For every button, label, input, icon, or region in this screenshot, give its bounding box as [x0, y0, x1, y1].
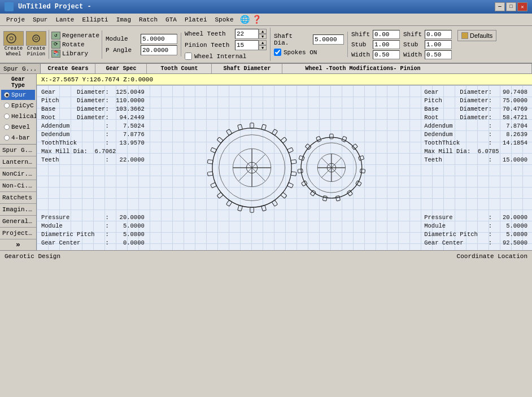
shaft-dia-label: Shaft Dia. — [274, 33, 311, 46]
svg-rect-16 — [287, 147, 293, 153]
sidebar-noncir[interactable]: NonCir... — [0, 168, 36, 180]
menu-spoke[interactable]: Spoke — [211, 15, 238, 25]
status-left: Gearotic Design — [5, 253, 60, 260]
wheel-gear: /* Teeth generated via transform below *… — [207, 123, 296, 212]
wheel-teeth-label: Wheel Teeth — [185, 30, 233, 37]
defaults-color-icon — [461, 32, 468, 39]
svg-point-0 — [7, 34, 16, 43]
sidebar-non-ci[interactable]: Non-Ci... — [0, 180, 36, 192]
library-button[interactable]: Library — [62, 50, 88, 57]
svg-rect-20 — [281, 192, 287, 198]
svg-point-3 — [35, 37, 38, 40]
sidebar-ratchets[interactable]: Ratchets — [0, 192, 36, 204]
menu-ratch[interactable]: Ratch — [135, 15, 162, 25]
menu-platei[interactable]: Platei — [181, 15, 211, 25]
pinion-teeth-down[interactable]: ▼ — [259, 45, 267, 50]
shift-input-2[interactable] — [425, 30, 452, 39]
gear-type-helical[interactable]: Helical — [1, 111, 35, 121]
menu-gta[interactable]: GTA — [162, 15, 181, 25]
svg-rect-31 — [217, 137, 223, 143]
shaft-dia-input[interactable] — [313, 34, 344, 45]
rotate-icon: ⟳ — [51, 41, 60, 49]
wheel-teeth-down[interactable]: ▼ — [259, 34, 267, 39]
gear-type-4bar[interactable]: 4-bar — [1, 133, 35, 143]
svg-rect-55 — [305, 144, 311, 150]
wheel-teeth-up[interactable]: ▲ — [259, 29, 267, 34]
svg-rect-28 — [207, 172, 213, 176]
width-label-1: Width — [351, 51, 369, 58]
menu-spur[interactable]: Spur — [29, 15, 51, 25]
svg-rect-21 — [272, 200, 277, 206]
menu-imag[interactable]: Imag — [112, 15, 135, 25]
svg-rect-51 — [310, 190, 316, 197]
shift-label-1: Shift — [351, 31, 369, 38]
svg-rect-24 — [238, 205, 243, 211]
section-shaft-dia: Shaft Diameter — [212, 64, 282, 73]
menu-ellipti[interactable]: Ellipti — [78, 15, 112, 25]
stub-label-2: Stub — [403, 41, 421, 48]
stub-input-1[interactable] — [373, 40, 400, 49]
gear-type-bevel[interactable]: Bevel — [1, 122, 35, 132]
status-right: Coordinate Location — [457, 253, 527, 260]
module-input[interactable] — [141, 34, 177, 44]
svg-rect-17 — [291, 160, 296, 164]
minimize-button[interactable]: — — [495, 2, 505, 11]
pinion-teeth-up[interactable]: ▲ — [259, 40, 267, 45]
module-label: Module — [106, 36, 138, 42]
wheel-teeth-input[interactable] — [235, 29, 259, 39]
width-label-2: Width — [403, 51, 421, 58]
svg-rect-19 — [287, 182, 293, 188]
spokes-checkbox[interactable] — [274, 49, 281, 56]
defaults-button[interactable]: Defaults — [457, 30, 496, 41]
sidebar-project[interactable]: Project ... — [0, 228, 36, 239]
pinion-teeth-label: Pinion Teeth — [185, 42, 233, 49]
sidebar-imagin[interactable]: Imagin... — [0, 204, 36, 216]
create-pinion-button[interactable] — [26, 31, 46, 46]
coord-text: X:-27.5657 Y:126.7674 Z:0.0000 — [41, 76, 153, 83]
library-icon: 📚 — [51, 50, 60, 58]
sidebar-lantern[interactable]: Lantern... — [0, 156, 36, 168]
sidebar-spur-g[interactable]: Spur G... — [0, 145, 36, 156]
svg-rect-25 — [226, 200, 232, 206]
menu-lante[interactable]: Lante — [51, 15, 78, 25]
maximize-button[interactable]: □ — [506, 2, 516, 11]
bevel-radio — [4, 124, 10, 130]
help-icon[interactable]: ❓ — [252, 15, 261, 24]
spur-g-tab[interactable]: Spur G... — [0, 64, 41, 73]
gear-type-spur[interactable]: Spur — [1, 90, 35, 100]
sidebar-general[interactable]: General... — [0, 216, 36, 228]
svg-rect-23 — [250, 207, 254, 212]
regenerate-button[interactable]: Regenerate — [62, 32, 99, 39]
tooth-mods-group: Shift Shift Stub Stub Width Width — [348, 29, 531, 60]
wheel-internal-checkbox[interactable] — [185, 53, 192, 60]
spur-label: Spur — [11, 91, 26, 98]
create-wheel-button[interactable] — [3, 31, 24, 46]
p-angle-input[interactable] — [141, 45, 177, 55]
svg-rect-49 — [335, 195, 340, 201]
statusbar: Gearotic Design Coordinate Location — [0, 250, 532, 261]
pinion-teeth-input[interactable] — [235, 40, 259, 50]
stub-input-2[interactable] — [425, 40, 452, 49]
canvas-area[interactable]: Gear Diameter: 125.0049 Pitch Diameter: … — [37, 85, 532, 250]
width-input-1[interactable] — [373, 50, 400, 59]
rotate-button[interactable]: Rotate — [62, 41, 85, 48]
wheel-internal-label: Wheel Internal — [194, 53, 246, 60]
epicyc-label: EpiCyC — [11, 102, 34, 109]
defaults-label: Defaults — [470, 32, 492, 39]
pinion-gear — [298, 134, 365, 201]
sidebar-expand[interactable]: » — [0, 239, 36, 250]
width-input-2[interactable] — [425, 50, 452, 59]
close-button[interactable]: ✕ — [517, 2, 527, 11]
4bar-label: 4-bar — [11, 134, 30, 141]
svg-point-1 — [10, 37, 13, 40]
coord-bar: X:-27.5657 Y:126.7674 Z:0.0000 — [37, 74, 532, 85]
gear-type-epicyc[interactable]: EpiCyC — [1, 101, 35, 111]
section-tooth-count: Tooth Count — [147, 64, 212, 73]
regenerate-row: ↺ Regenerate — [51, 32, 99, 40]
globe-icon: 🌐 — [240, 15, 250, 24]
menubar: Proje Spur Lante Ellipti Imag Ratch GTA … — [0, 14, 532, 26]
left-sidebar: GearType Spur EpiCyC Helical — [0, 74, 37, 250]
shift-input-1[interactable] — [373, 30, 400, 39]
svg-rect-27 — [211, 182, 217, 188]
menu-proje[interactable]: Proje — [2, 15, 29, 25]
